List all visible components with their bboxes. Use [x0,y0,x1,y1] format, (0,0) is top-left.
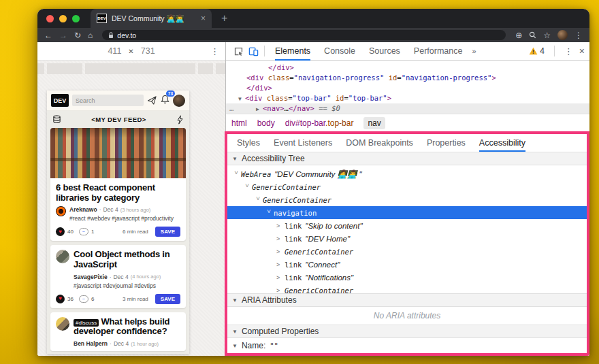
console-warnings[interactable]: 4 [529,46,545,56]
a11y-tree-node[interactable]: >navigation [227,206,587,219]
media-query-segment[interactable] [47,63,82,74]
profile-avatar[interactable] [557,30,568,40]
new-tab-button[interactable]: + [221,12,227,24]
expanded-arrow-icon[interactable]: ▼ [238,94,245,104]
author-name[interactable]: SavagePixie [74,274,108,280]
search-tabs-icon[interactable] [529,31,536,39]
a11y-tree-node[interactable]: >GenericContainer [227,193,587,206]
device-height-field[interactable]: 731 [141,46,155,56]
search-input[interactable]: Search [72,95,144,106]
collapsed-arrow-icon[interactable]: > [276,222,285,229]
section-aria-attributes[interactable]: ▼ ARIA Attributes [227,293,587,307]
post-title[interactable]: #discuss What helps build developer conf… [74,317,180,337]
reactions-heart-icon[interactable]: ♥ [56,295,65,303]
media-query-segment[interactable] [37,63,44,74]
post-card[interactable]: #discuss What helps build developer conf… [50,312,186,351]
post-title[interactable]: Cool Object methods in JavaScript [74,250,180,269]
collapsed-arrow-icon[interactable]: ▶ [256,104,263,114]
minimize-window-button[interactable] [59,15,67,22]
elements-code-line[interactable]: …▶<nav>…</nav> == $0 [226,103,589,114]
inspect-element-icon[interactable] [231,44,246,59]
devtools-tab-performance[interactable]: Performance [414,42,463,61]
breadcrumb-item[interactable]: body [257,118,275,128]
expanded-arrow-icon[interactable]: > [255,197,261,203]
sidebar-tab-dom-breakpoints[interactable]: DOM Breakpoints [346,134,413,152]
post-card[interactable]: Cool Object methods in JavaScriptSavageP… [50,245,186,308]
comments-icon[interactable]: ~ [79,295,88,303]
reactions-heart-icon[interactable]: ♥ [56,227,65,236]
sidebar-tab-properties[interactable]: Properties [427,134,466,152]
author-name[interactable]: Ben Halpern [74,340,108,347]
expanded-arrow-icon[interactable]: > [265,210,272,216]
forward-icon[interactable]: → [59,31,67,39]
toggle-device-toolbar-icon[interactable] [246,44,261,59]
author-avatar[interactable] [56,250,69,263]
zoom-window-button[interactable] [72,15,80,22]
devtools-tab-sources[interactable]: Sources [369,42,400,61]
user-avatar[interactable] [173,95,185,107]
save-button[interactable]: SAVE [155,227,180,237]
collapsed-arrow-icon[interactable]: > [276,248,285,255]
devtools-menu-icon[interactable]: ⋮ [564,46,573,56]
expanded-arrow-icon[interactable]: > [233,171,240,178]
section-accessibility-tree[interactable]: ▼ Accessibility Tree [227,152,587,165]
sidebar-tab-event-listeners[interactable]: Event Listeners [274,134,332,152]
media-query-segment[interactable] [198,63,213,74]
a11y-tree-node[interactable]: >link"Skip to content" [227,219,587,232]
browser-tab[interactable]: DEV DEV Community 👩‍💻👨‍💻 × [91,9,212,28]
address-bar[interactable]: dev.to [102,30,506,40]
comments-icon[interactable]: ~ [79,228,88,235]
author-avatar[interactable] [56,317,69,331]
device-width-field[interactable]: 411 [108,46,121,56]
a11y-tree-node[interactable]: >GenericContainer [227,245,587,258]
reading-list-icon[interactable] [52,115,61,124]
breadcrumb-item[interactable]: html [231,118,247,128]
post-title[interactable]: 6 best React component libraries by cate… [56,183,180,203]
post-cover-image[interactable] [50,128,186,178]
post-tags[interactable]: #javascript #devjournal #devtips [74,282,180,289]
author-name[interactable]: Areknawo [69,206,97,213]
elements-code-line[interactable]: </div> [226,83,589,93]
devtools-close-icon[interactable]: × [579,46,585,56]
sidebar-tab-styles[interactable]: Styles [237,134,260,152]
notifications-bell[interactable]: 73 [161,95,169,107]
sidebar-tab-accessibility[interactable]: Accessibility [479,134,525,152]
computed-name-row[interactable]: ▼ Name: "" [227,338,587,353]
expanded-arrow-icon[interactable]: > [244,184,250,191]
a11y-tree-node[interactable]: >GenericContainer [227,180,587,193]
dev-logo[interactable]: DEV [51,94,69,107]
browser-menu-icon[interactable]: ⋮ [574,31,583,39]
elements-code-line[interactable]: ▼<div class="top-bar" id="top-bar"> [226,93,589,103]
save-button[interactable]: SAVE [155,294,180,304]
a11y-tree-node[interactable]: >link"Connect" [227,258,587,271]
tab-close-icon[interactable]: × [201,14,206,23]
a11y-tree-node[interactable]: >link"DEV Home" [227,232,587,245]
collapsed-arrow-icon[interactable]: > [276,274,285,281]
more-tabs-icon[interactable]: » [472,47,476,55]
reload-icon[interactable]: ↻ [74,31,81,39]
collapsed-arrow-icon[interactable]: > [276,287,285,294]
devtools-tab-elements[interactable]: Elements [275,42,310,61]
media-query-segment[interactable] [216,63,225,74]
zoom-page-icon[interactable]: ⊕ [515,31,522,39]
devtools-tab-console[interactable]: Console [324,42,355,61]
elements-code-line[interactable]: </div> [226,63,589,73]
media-query-segment[interactable] [85,63,195,74]
back-icon[interactable]: ← [44,31,52,39]
a11y-tree-node[interactable]: >GenericContainer [227,284,587,293]
device-menu-icon[interactable]: ⋮ [210,46,219,56]
post-tags[interactable]: #react #webdev #javascript #productivity [69,215,180,222]
breadcrumb-item[interactable]: div#top-bar.top-bar [285,118,354,128]
author-avatar[interactable] [56,206,66,216]
a11y-tree-node[interactable]: >link"Notifications" [227,271,587,284]
breadcrumb-item[interactable]: nav [363,117,385,129]
section-computed-properties[interactable]: ▼ Computed Properties [227,325,587,338]
post-card[interactable]: 6 best React component libraries by cate… [50,128,186,241]
home-icon[interactable]: ⌂ [88,31,93,39]
elements-code-line[interactable]: <div class="navigation-progress" id="nav… [226,73,589,83]
a11y-tree-node[interactable]: >WebArea"DEV Community 👩‍💻👨‍💻 " [227,167,587,180]
collapsed-arrow-icon[interactable]: > [276,261,285,268]
lightning-icon[interactable] [176,115,184,125]
collapsed-arrow-icon[interactable]: > [276,235,285,242]
connect-icon[interactable] [147,95,157,105]
